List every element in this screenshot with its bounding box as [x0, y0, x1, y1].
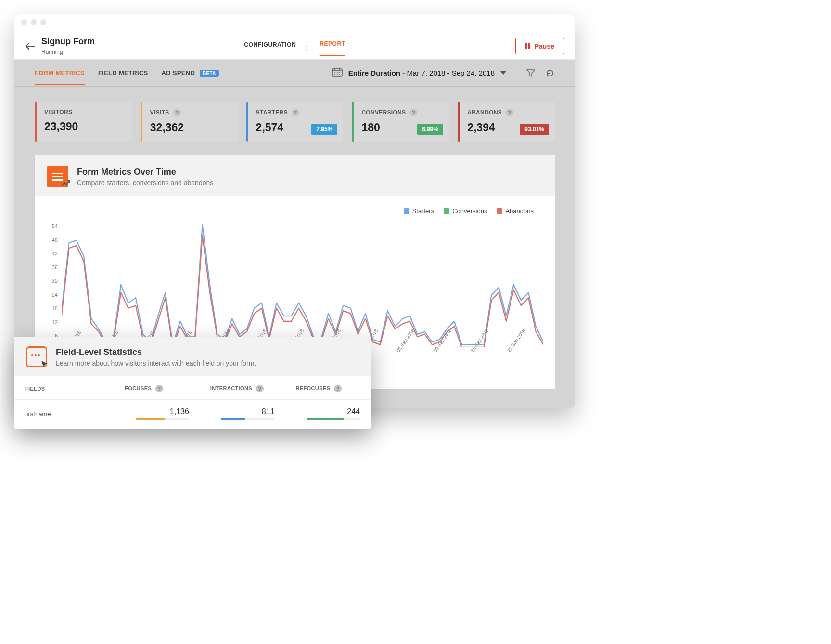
metric-card-starters[interactable]: STARTERS ? 2,574 7.95% — [246, 102, 344, 142]
refocuses-bar — [307, 418, 344, 420]
help-icon[interactable]: ? — [173, 109, 181, 116]
field-stats-table: FIELDS FOCUSES? INTERACTIONS? REFOCUSES?… — [14, 376, 371, 429]
legend-swatch-conversions — [444, 208, 449, 214]
svg-point-9 — [339, 74, 340, 75]
chart-legend: Starters Conversions Abandons — [46, 205, 543, 222]
metric-value: 23,390 — [44, 120, 124, 133]
tab-ad-spend[interactable]: AD SPEND BETA — [162, 61, 219, 85]
refresh-icon[interactable] — [545, 68, 555, 78]
svg-point-4 — [334, 72, 335, 73]
document-chart-icon — [47, 166, 68, 187]
svg-point-5 — [337, 72, 338, 73]
pause-button[interactable]: Pause — [515, 38, 564, 54]
pause-button-label: Pause — [535, 42, 554, 50]
calendar-icon — [332, 67, 343, 78]
date-range-prefix: Entire Duration - — [348, 69, 405, 77]
help-icon[interactable]: ? — [256, 385, 264, 392]
focuses-bar — [136, 418, 166, 420]
legend-swatch-abandons — [497, 208, 502, 214]
metric-pct-badge: 93.01% — [520, 124, 549, 135]
overlay-title: Field-Level Statistics — [56, 347, 256, 357]
chart-y-axis: 54484236302418126 — [46, 222, 58, 347]
metric-card-conversions[interactable]: CONVERSIONS ? 180 6.99% — [352, 102, 449, 142]
field-level-stats-card: Field-Level Statistics Learn more about … — [14, 337, 371, 429]
tab-form-metrics[interactable]: FORM METRICS — [35, 61, 85, 85]
back-arrow-icon[interactable] — [25, 41, 36, 51]
breadcrumb-configuration[interactable]: CONFIGURATION — [244, 41, 296, 56]
overlay-subtitle: Learn more about how visitors interact w… — [56, 359, 256, 367]
divider — [516, 66, 516, 80]
panel-subtitle: Compare starters, conversions and abando… — [77, 179, 213, 187]
svg-point-7 — [334, 74, 335, 75]
chevron-right-icon: 〉 — [305, 44, 311, 52]
help-icon[interactable]: ? — [506, 109, 513, 116]
svg-point-6 — [339, 72, 340, 73]
field-input-icon — [26, 346, 47, 367]
window-titlebar — [14, 14, 575, 30]
window-max-dot[interactable] — [40, 19, 46, 25]
window-close-dot[interactable] — [21, 19, 27, 25]
breadcrumb: CONFIGURATION 〉 REPORT — [244, 40, 345, 56]
interactions-bar — [221, 418, 245, 420]
field-name-cell: firstname — [14, 400, 114, 429]
date-range-picker[interactable]: Entire Duration - Mar 7, 2018 - Sep 24, … — [332, 67, 506, 78]
metric-card-abandons[interactable]: ABANDONS ? 2,394 93.01% — [458, 102, 555, 142]
page-title: Signup Form — [41, 37, 95, 47]
filter-icon[interactable] — [526, 68, 536, 78]
help-icon[interactable]: ? — [334, 385, 342, 392]
table-row[interactable]: firstname 1,136 811 244 — [14, 400, 371, 429]
beta-badge: BETA — [200, 70, 219, 77]
page-header: Signup Form Running CONFIGURATION 〉 REPO… — [14, 30, 575, 60]
help-icon[interactable]: ? — [409, 109, 417, 116]
breadcrumb-report[interactable]: REPORT — [320, 40, 345, 56]
help-icon[interactable]: ? — [292, 109, 299, 116]
metric-card-visits[interactable]: VISITS ? 32,362 — [141, 102, 238, 142]
date-range-text: Mar 7, 2018 - Sep 24, 2018 — [407, 69, 495, 77]
metric-pct-badge: 6.99% — [417, 124, 443, 135]
tab-field-metrics[interactable]: FIELD METRICS — [98, 61, 148, 85]
metric-pct-badge: 7.95% — [311, 124, 337, 135]
help-icon[interactable]: ? — [155, 385, 163, 392]
sub-nav: FORM METRICS FIELD METRICS AD SPEND BETA… — [14, 60, 575, 87]
metric-value: 32,362 — [150, 121, 230, 134]
metric-card-visitors[interactable]: VISITORS 23,390 — [35, 102, 132, 142]
pause-icon — [525, 43, 530, 49]
legend-swatch-starters — [404, 208, 409, 214]
chevron-down-icon — [500, 71, 506, 75]
metric-cards: VISITORS 23,390 VISITS ? 32,362 STARTERS… — [14, 87, 575, 151]
window-min-dot[interactable] — [31, 19, 37, 25]
svg-point-8 — [337, 74, 338, 75]
panel-title: Form Metrics Over Time — [77, 167, 213, 177]
page-status: Running — [41, 49, 95, 55]
